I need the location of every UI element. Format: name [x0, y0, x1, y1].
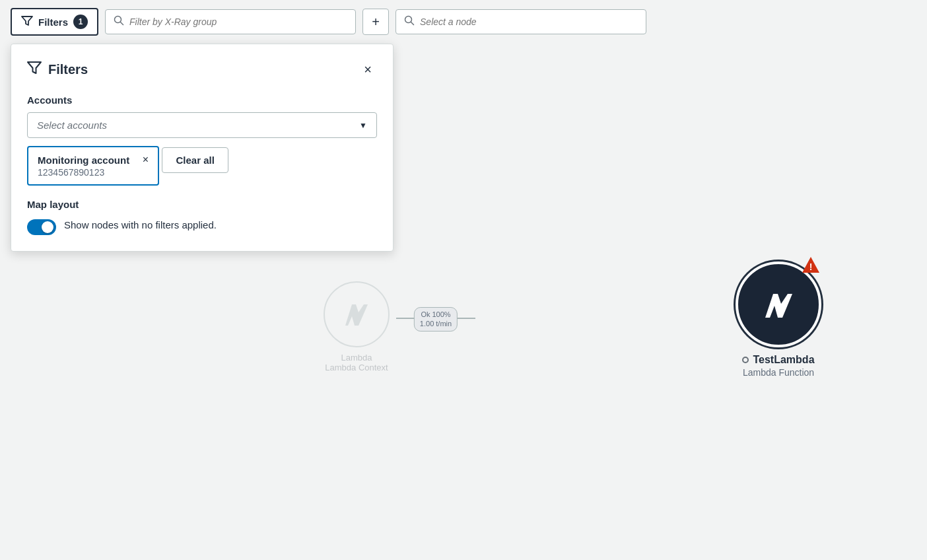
account-tag-header: Monitoring account × [38, 154, 149, 166]
clear-all-button[interactable]: Clear all [162, 147, 228, 173]
filter-button-label: Filters [38, 17, 68, 28]
search-icon [114, 15, 124, 28]
filter-panel-close-button[interactable]: × [359, 60, 377, 79]
clear-all-label: Clear all [176, 155, 214, 166]
filter-panel-funnel-icon [27, 61, 42, 79]
map-layout-section: Map layout Show nodes with no filters ap… [27, 199, 377, 235]
accounts-section-label: Accounts [27, 94, 377, 106]
svg-line-1 [121, 22, 123, 25]
warning-badge: ! [802, 256, 820, 275]
toggle-description: Show nodes with no filters applied. [64, 218, 217, 233]
xray-group-input[interactable] [129, 17, 347, 27]
lambda-node-name-row: TestLambda [742, 354, 814, 366]
search-icon [404, 15, 415, 28]
node-status-dot [742, 357, 749, 363]
remove-icon: × [143, 154, 149, 166]
account-tag-name: Monitoring account [38, 155, 129, 166]
ghost-lambda-label: Lambda Lambda Context [325, 353, 388, 372]
add-button[interactable]: + [362, 9, 389, 35]
toggle-row: Show nodes with no filters applied. [27, 218, 377, 235]
account-tag: Monitoring account × 1234567890123 [27, 146, 159, 186]
plus-icon: + [372, 15, 380, 30]
funnel-icon [21, 15, 33, 29]
connector-badge: Ok 100% 1.00 t/min [414, 307, 458, 332]
toggle-thumb [42, 221, 53, 233]
ghost-lambda-circle [324, 281, 390, 347]
ghost-lambda-node: Lambda Lambda Context [324, 281, 390, 372]
main-lambda-node: ! TestLambda Lambda Function [736, 262, 821, 378]
show-nodes-toggle[interactable] [27, 219, 56, 235]
connector-line: Ok 100% 1.00 t/min [396, 318, 475, 319]
connector: Ok 100% 1.00 t/min [396, 318, 475, 319]
filter-button[interactable]: Filters 1 [11, 8, 98, 36]
node-search-input[interactable] [420, 17, 638, 27]
close-icon: × [364, 62, 372, 77]
account-tag-id: 1234567890123 [38, 167, 149, 178]
lambda-node-outer: ! [736, 262, 821, 347]
filter-panel-title: Filters [27, 61, 88, 79]
svg-line-3 [411, 22, 414, 25]
main-content: Lambda Lambda Context Ok 100% 1.00 t/min [0, 44, 927, 559]
svg-text:!: ! [809, 262, 813, 272]
filter-panel: Filters × Accounts Select accounts ▼ Mon… [11, 44, 394, 252]
account-tag-remove-button[interactable]: × [143, 154, 149, 166]
chevron-down-icon: ▼ [359, 121, 367, 130]
node-search-box[interactable] [395, 9, 646, 34]
toolbar: Filters 1 + [0, 0, 927, 44]
map-layout-label: Map layout [27, 199, 377, 210]
filter-count-badge: 1 [73, 15, 88, 29]
lambda-node-type: Lambda Function [743, 367, 814, 378]
xray-group-search[interactable] [105, 9, 356, 34]
filter-panel-title-text: Filters [48, 62, 88, 77]
accounts-dropdown[interactable]: Select accounts ▼ [27, 112, 377, 138]
lambda-node-name: TestLambda [753, 354, 814, 366]
filter-panel-header: Filters × [27, 60, 377, 79]
accounts-dropdown-placeholder: Select accounts [37, 120, 107, 131]
